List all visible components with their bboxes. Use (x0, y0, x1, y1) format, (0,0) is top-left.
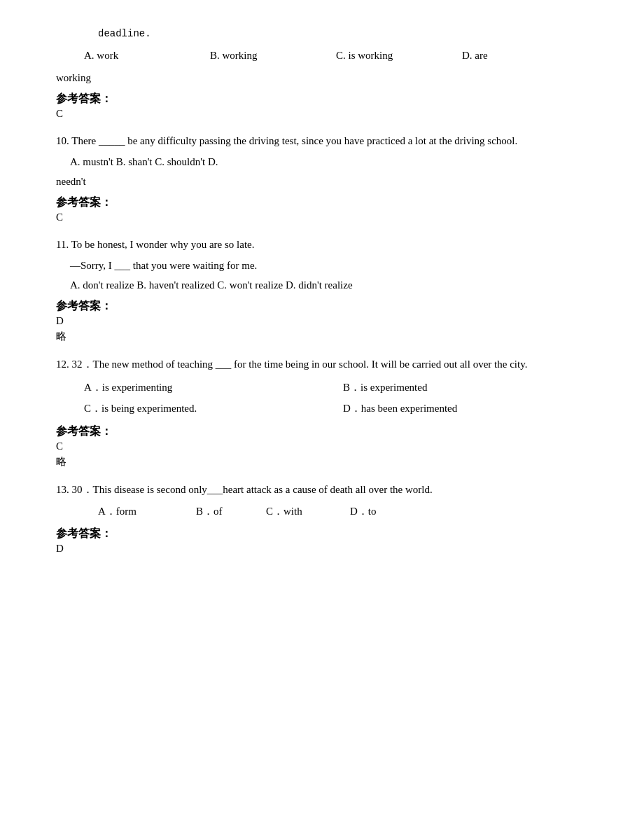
q12-option-b: B．is experimented (343, 377, 602, 398)
q9-option-c: C. is working (336, 46, 462, 65)
q13-answer-value: D (56, 543, 602, 555)
q11-text2: —Sorry, I ___ that you were waiting for … (70, 257, 602, 274)
q10-options-inline: A. mustn't B. shan't C. shouldn't D. (70, 153, 602, 170)
q9-option-d: D. are (462, 46, 588, 65)
q10-answer-value: C (56, 211, 602, 223)
deadline-text: deadline. (98, 28, 602, 39)
q9-option-b: B. working (210, 46, 336, 65)
q12-note: 略 (56, 455, 602, 468)
q11-answer-label: 参考答案： (56, 299, 602, 314)
q9-options-cont: working (56, 69, 602, 86)
q12-section: 12. 32．The new method of teaching ___ fo… (56, 356, 602, 468)
q12-option-a: A．is experimenting (84, 377, 343, 398)
q12-text: 12. 32．The new method of teaching ___ fo… (56, 356, 602, 373)
q9-option-a: A. work (84, 46, 210, 65)
q13-answer-label: 参考答案： (56, 527, 602, 541)
q9-options: A. work B. working C. is working D. are (84, 46, 602, 65)
q11-answer-value: D (56, 315, 602, 327)
q9-answer-value: C (56, 108, 602, 120)
q10-section: 10. There _____ be any difficulty passin… (56, 132, 602, 223)
q13-text: 13. 30．This disease is second only___hea… (56, 481, 602, 498)
q11-text1: 11. To be honest, I wonder why you are s… (56, 236, 602, 253)
q13-option-d: D．to (350, 502, 406, 521)
q11-note: 略 (56, 330, 602, 343)
q12-option-c: C．is being experimented. (84, 398, 343, 419)
q12-answer-value: C (56, 440, 602, 452)
q13-option-c: C．with (266, 502, 336, 521)
q11-options-inline: A. don't realize B. haven't realized C. … (70, 277, 602, 293)
q13-section: 13. 30．This disease is second only___hea… (56, 481, 602, 555)
q10-text: 10. There _____ be any difficulty passin… (56, 132, 602, 149)
q9-section: A. work B. working C. is working D. are … (56, 46, 602, 120)
q12-answer-label: 参考答案： (56, 424, 602, 439)
q10-answer-label: 参考答案： (56, 195, 602, 210)
q11-section: 11. To be honest, I wonder why you are s… (56, 236, 602, 343)
q12-option-d: D．has been experimented (343, 398, 602, 419)
q9-answer-label: 参考答案： (56, 92, 602, 106)
q10-options-cont: needn't (56, 173, 602, 190)
q13-options: A．form B．of C．with D．to (98, 502, 602, 521)
q13-option-a: A．form (98, 502, 182, 521)
q12-options: A．is experimenting B．is experimented C．i… (84, 377, 602, 419)
q13-option-b: B．of (196, 502, 252, 521)
